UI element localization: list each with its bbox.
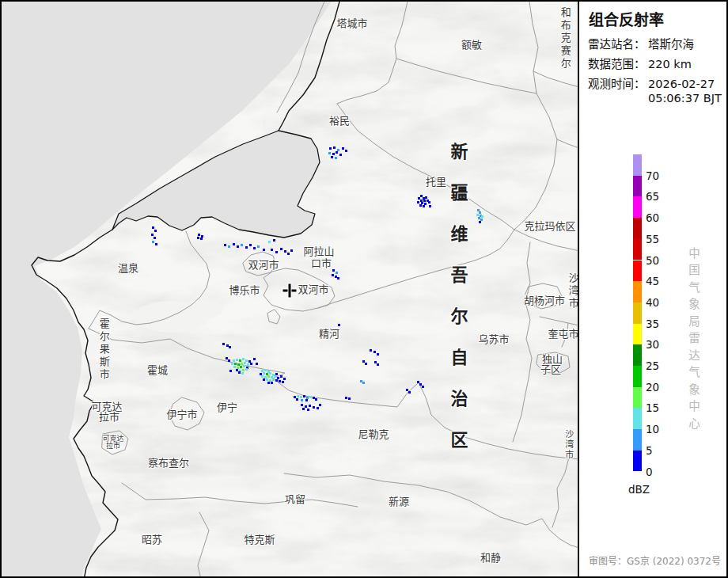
map-approval-number: 审图号：GS京 (2022) 0372号	[589, 553, 721, 567]
time-label: 观测时间：	[588, 74, 648, 91]
time-row: 观测时间：2026-02-27	[588, 74, 715, 91]
time-time: 05:06:37 BJT	[648, 92, 722, 105]
legend-unit: dBZ	[628, 483, 650, 496]
legend-swatch	[633, 154, 642, 176]
legend-tick-label: 30	[646, 338, 659, 351]
time-date: 2026-02-27	[648, 78, 715, 90]
range-value: 220 km	[648, 58, 692, 70]
legend-tick-label: 55	[646, 233, 659, 245]
legend-swatch	[633, 196, 642, 218]
radar-map: 塔城市额敏和布克赛尔裕民托里新疆维吾尔自治区克拉玛依区温泉双河市阿拉山口市博乐市…	[2, 2, 578, 576]
legend-tick-label: 35	[646, 318, 659, 330]
info-panel: 组合反射率 雷达站名：塔斯尔海 数据范围：220 km 观测时间：2026-02…	[578, 2, 728, 576]
legend-tick-label: 5	[646, 444, 653, 457]
legend-swatch	[633, 176, 642, 197]
legend-tick-label: 60	[646, 211, 659, 224]
legend-swatch	[633, 429, 642, 451]
legend-tick-label: 25	[646, 359, 659, 372]
legend-tick-label: 20	[646, 381, 659, 394]
station-label: 雷达站名：	[588, 35, 648, 51]
legend-swatch	[633, 218, 642, 239]
legend-tick-label: 15	[646, 401, 659, 414]
radar-product-window: 塔城市额敏和布克赛尔裕民托里新疆维吾尔自治区克拉玛依区温泉双河市阿拉山口市博乐市…	[0, 0, 728, 578]
legend-swatch	[633, 344, 642, 366]
basemap	[2, 2, 578, 576]
station-row: 雷达站名：塔斯尔海	[588, 35, 694, 51]
range-row: 数据范围：220 km	[588, 55, 692, 71]
legend-swatch	[633, 239, 642, 260]
legend-tick-label: 0	[646, 466, 653, 478]
legend-swatch	[633, 260, 642, 282]
legend-tick-label: 40	[646, 296, 659, 309]
legend-swatch	[633, 324, 642, 345]
legend-swatch	[633, 387, 642, 409]
legend-tick-label: 65	[646, 190, 659, 203]
watermark-text: 中国气象局雷达气象中心	[685, 247, 702, 435]
legend-swatch	[633, 366, 642, 387]
legend-tick-label: 70	[646, 169, 659, 182]
legend-swatch	[633, 451, 642, 472]
legend-swatch	[633, 302, 642, 324]
legend-tick-label: 45	[646, 275, 659, 287]
legend-swatch	[633, 281, 642, 302]
station-value: 塔斯尔海	[648, 38, 694, 51]
legend-swatch	[633, 408, 642, 429]
range-label: 数据范围：	[588, 55, 648, 71]
legend-tick-label: 10	[646, 423, 659, 435]
legend-tick-label: 50	[646, 254, 659, 267]
product-title: 组合反射率	[589, 8, 664, 29]
